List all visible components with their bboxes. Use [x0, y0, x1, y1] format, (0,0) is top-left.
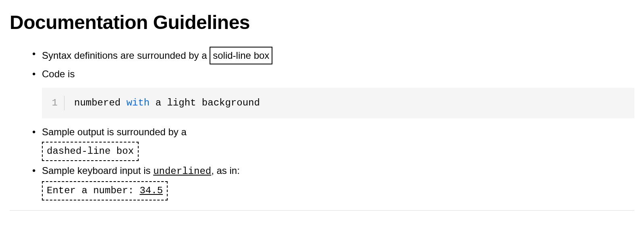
code-text-after: a light background: [150, 97, 260, 108]
code-keyword: with: [127, 97, 150, 108]
guidelines-list: Syntax definitions are surrounded by a s…: [10, 47, 634, 200]
input-prompt: Enter a number:: [47, 185, 139, 196]
input-prefix-text: Sample keyboard input is: [42, 165, 153, 176]
dashed-line-box: dashed-line box: [42, 142, 139, 161]
underlined-word: underlined: [153, 166, 211, 177]
page-heading: Documentation Guidelines: [10, 8, 634, 37]
input-guideline-item: Sample keyboard input is underlined, as …: [32, 163, 634, 200]
code-block: 1 numbered with a light background: [42, 88, 634, 118]
code-guideline-item: Code is 1 numbered with a light backgrou…: [32, 67, 634, 118]
input-suffix-text: , as in:: [211, 165, 240, 176]
syntax-guideline-item: Syntax definitions are surrounded by a s…: [32, 47, 634, 64]
output-prefix-text: Sample output is surrounded by a: [42, 126, 187, 137]
code-text-before: numbered: [74, 97, 127, 108]
solid-line-box: solid-line box: [210, 47, 272, 64]
code-content: numbered with a light background: [74, 96, 260, 110]
input-sample-box: Enter a number: 34.5: [42, 181, 168, 200]
output-guideline-item: Sample output is surrounded by a dashed-…: [32, 125, 634, 161]
section-divider: [10, 210, 634, 211]
input-value: 34.5: [139, 185, 163, 196]
line-number: 1: [52, 96, 64, 110]
code-label-text: Code is: [42, 68, 75, 79]
syntax-prefix-text: Syntax definitions are surrounded by a: [42, 50, 210, 61]
